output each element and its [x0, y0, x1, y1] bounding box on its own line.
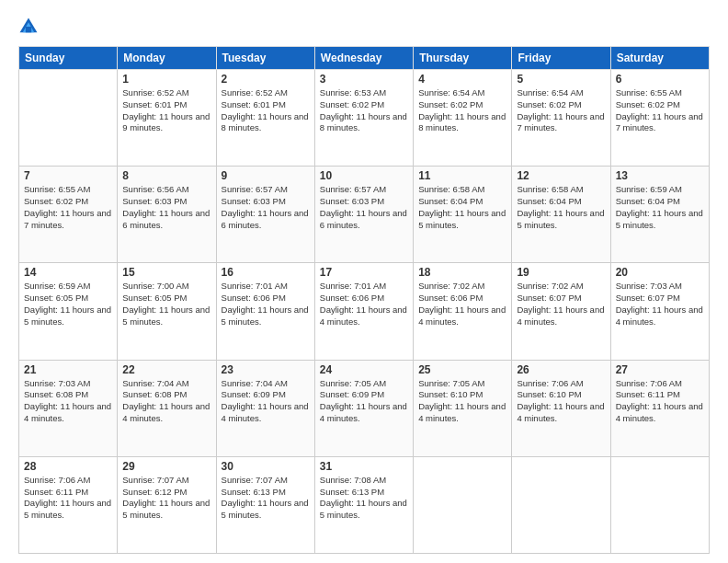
day-cell: 4Sunrise: 6:54 AMSunset: 6:02 PMDaylight…: [414, 70, 512, 167]
day-cell: 11Sunrise: 6:58 AMSunset: 6:04 PMDayligh…: [414, 167, 512, 263]
day-cell: 30Sunrise: 7:07 AMSunset: 6:13 PMDayligh…: [216, 456, 314, 553]
day-number: 15: [122, 266, 210, 279]
day-info: Sunrise: 7:02 AMSunset: 6:06 PMDaylight:…: [418, 281, 506, 327]
day-cell: 29Sunrise: 7:07 AMSunset: 6:12 PMDayligh…: [118, 456, 216, 553]
day-number: 13: [616, 169, 704, 182]
day-number: 8: [122, 169, 210, 182]
day-info: Sunrise: 6:59 AMSunset: 6:05 PMDaylight:…: [24, 281, 112, 327]
logo-icon: [18, 17, 39, 37]
day-info: Sunrise: 7:03 AMSunset: 6:08 PMDaylight:…: [24, 378, 112, 425]
col-header-saturday: Saturday: [610, 47, 709, 70]
header: [18, 17, 710, 37]
col-header-tuesday: Tuesday: [216, 47, 314, 70]
day-cell: 27Sunrise: 7:06 AMSunset: 6:11 PMDayligh…: [610, 360, 709, 456]
day-number: 26: [517, 363, 605, 376]
day-info: Sunrise: 7:08 AMSunset: 6:13 PMDaylight:…: [320, 475, 408, 522]
day-number: 2: [222, 73, 310, 86]
day-info: Sunrise: 6:54 AMSunset: 6:02 PMDaylight:…: [517, 87, 605, 134]
day-number: 29: [122, 460, 210, 473]
day-info: Sunrise: 6:57 AMSunset: 6:03 PMDaylight:…: [320, 184, 408, 231]
day-cell: 14Sunrise: 6:59 AMSunset: 6:05 PMDayligh…: [19, 263, 118, 360]
day-info: Sunrise: 7:01 AMSunset: 6:06 PMDaylight:…: [222, 281, 310, 327]
day-number: 4: [418, 73, 506, 86]
day-number: 30: [222, 460, 310, 473]
day-cell: [414, 456, 512, 553]
day-info: Sunrise: 7:07 AMSunset: 6:12 PMDaylight:…: [122, 475, 210, 522]
week-row-5: 28Sunrise: 7:06 AMSunset: 6:11 PMDayligh…: [19, 456, 710, 553]
day-cell: 25Sunrise: 7:05 AMSunset: 6:10 PMDayligh…: [414, 360, 512, 456]
day-number: 25: [418, 363, 506, 376]
day-number: 12: [517, 169, 605, 182]
week-row-1: 1Sunrise: 6:52 AMSunset: 6:01 PMDaylight…: [19, 70, 710, 167]
day-cell: [512, 456, 610, 553]
day-cell: 9Sunrise: 6:57 AMSunset: 6:03 PMDaylight…: [216, 167, 314, 263]
day-cell: [19, 70, 118, 167]
day-number: 6: [616, 73, 704, 86]
day-cell: 16Sunrise: 7:01 AMSunset: 6:06 PMDayligh…: [216, 263, 314, 360]
day-info: Sunrise: 7:04 AMSunset: 6:09 PMDaylight:…: [222, 378, 310, 425]
day-number: 17: [320, 266, 408, 279]
day-number: 5: [517, 73, 605, 86]
day-cell: 15Sunrise: 7:00 AMSunset: 6:05 PMDayligh…: [118, 263, 216, 360]
day-cell: 8Sunrise: 6:56 AMSunset: 6:03 PMDaylight…: [118, 167, 216, 263]
calendar-header-row: SundayMondayTuesdayWednesdayThursdayFrid…: [19, 47, 710, 70]
day-number: 9: [222, 169, 310, 182]
day-cell: 10Sunrise: 6:57 AMSunset: 6:03 PMDayligh…: [314, 167, 413, 263]
day-number: 19: [517, 266, 605, 279]
day-number: 18: [418, 266, 506, 279]
day-info: Sunrise: 7:00 AMSunset: 6:05 PMDaylight:…: [122, 281, 210, 327]
day-info: Sunrise: 6:52 AMSunset: 6:01 PMDaylight:…: [122, 87, 210, 134]
day-info: Sunrise: 6:55 AMSunset: 6:02 PMDaylight:…: [24, 184, 112, 231]
day-info: Sunrise: 7:07 AMSunset: 6:13 PMDaylight:…: [222, 475, 310, 522]
week-row-3: 14Sunrise: 6:59 AMSunset: 6:05 PMDayligh…: [19, 263, 710, 360]
day-number: 1: [122, 73, 210, 86]
day-info: Sunrise: 6:59 AMSunset: 6:04 PMDaylight:…: [616, 184, 704, 231]
day-info: Sunrise: 7:02 AMSunset: 6:07 PMDaylight:…: [517, 281, 605, 327]
day-cell: 26Sunrise: 7:06 AMSunset: 6:10 PMDayligh…: [512, 360, 610, 456]
day-cell: 28Sunrise: 7:06 AMSunset: 6:11 PMDayligh…: [19, 456, 118, 553]
day-cell: 12Sunrise: 6:58 AMSunset: 6:04 PMDayligh…: [512, 167, 610, 263]
col-header-wednesday: Wednesday: [314, 47, 413, 70]
day-number: 16: [222, 266, 310, 279]
day-cell: 2Sunrise: 6:52 AMSunset: 6:01 PMDaylight…: [216, 70, 314, 167]
day-cell: 31Sunrise: 7:08 AMSunset: 6:13 PMDayligh…: [314, 456, 413, 553]
day-info: Sunrise: 7:01 AMSunset: 6:06 PMDaylight:…: [320, 281, 408, 327]
day-cell: 20Sunrise: 7:03 AMSunset: 6:07 PMDayligh…: [610, 263, 709, 360]
col-header-sunday: Sunday: [19, 47, 118, 70]
day-number: 24: [320, 363, 408, 376]
svg-rect-2: [26, 27, 31, 32]
calendar-table: SundayMondayTuesdayWednesdayThursdayFrid…: [18, 46, 710, 554]
day-info: Sunrise: 7:06 AMSunset: 6:11 PMDaylight:…: [24, 475, 112, 522]
day-info: Sunrise: 6:57 AMSunset: 6:03 PMDaylight:…: [222, 184, 310, 231]
day-number: 27: [616, 363, 704, 376]
day-number: 11: [418, 169, 506, 182]
day-cell: 1Sunrise: 6:52 AMSunset: 6:01 PMDaylight…: [118, 70, 216, 167]
day-number: 23: [222, 363, 310, 376]
day-info: Sunrise: 7:06 AMSunset: 6:11 PMDaylight:…: [616, 378, 704, 425]
day-cell: 3Sunrise: 6:53 AMSunset: 6:02 PMDaylight…: [314, 70, 413, 167]
day-cell: [610, 456, 709, 553]
col-header-friday: Friday: [512, 47, 610, 70]
day-cell: 19Sunrise: 7:02 AMSunset: 6:07 PMDayligh…: [512, 263, 610, 360]
day-cell: 17Sunrise: 7:01 AMSunset: 6:06 PMDayligh…: [314, 263, 413, 360]
day-number: 14: [24, 266, 112, 279]
day-info: Sunrise: 6:58 AMSunset: 6:04 PMDaylight:…: [517, 184, 605, 231]
day-info: Sunrise: 7:05 AMSunset: 6:10 PMDaylight:…: [418, 378, 506, 425]
day-cell: 22Sunrise: 7:04 AMSunset: 6:08 PMDayligh…: [118, 360, 216, 456]
day-info: Sunrise: 6:55 AMSunset: 6:02 PMDaylight:…: [616, 87, 704, 134]
day-number: 28: [24, 460, 112, 473]
day-cell: 18Sunrise: 7:02 AMSunset: 6:06 PMDayligh…: [414, 263, 512, 360]
day-number: 10: [320, 169, 408, 182]
week-row-4: 21Sunrise: 7:03 AMSunset: 6:08 PMDayligh…: [19, 360, 710, 456]
day-cell: 24Sunrise: 7:05 AMSunset: 6:09 PMDayligh…: [314, 360, 413, 456]
day-number: 20: [616, 266, 704, 279]
day-info: Sunrise: 6:58 AMSunset: 6:04 PMDaylight:…: [418, 184, 506, 231]
day-info: Sunrise: 7:06 AMSunset: 6:10 PMDaylight:…: [517, 378, 605, 425]
page: SundayMondayTuesdayWednesdayThursdayFrid…: [0, 0, 728, 563]
day-number: 31: [320, 460, 408, 473]
day-info: Sunrise: 7:05 AMSunset: 6:09 PMDaylight:…: [320, 378, 408, 425]
day-number: 7: [24, 169, 112, 182]
day-cell: 6Sunrise: 6:55 AMSunset: 6:02 PMDaylight…: [610, 70, 709, 167]
day-cell: 21Sunrise: 7:03 AMSunset: 6:08 PMDayligh…: [19, 360, 118, 456]
day-number: 21: [24, 363, 112, 376]
